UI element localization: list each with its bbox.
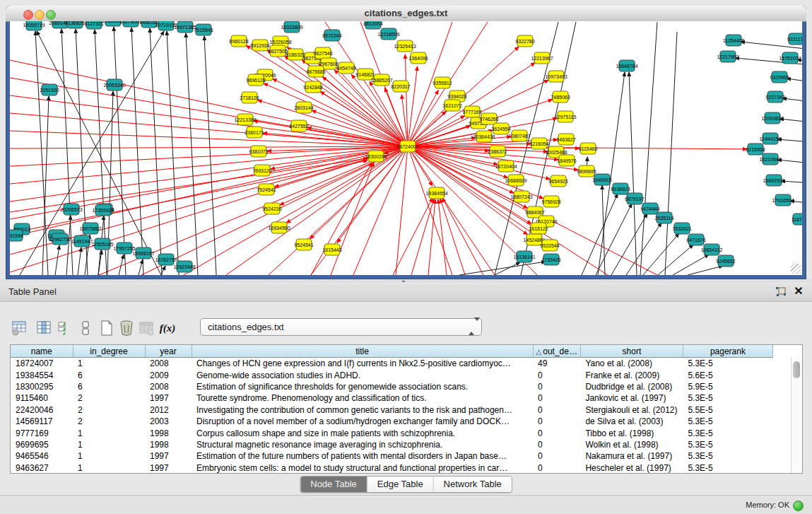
tab-network-table[interactable]: Network Table bbox=[434, 477, 512, 492]
graph-node[interactable]: 16648784 bbox=[616, 60, 637, 71]
graph-node[interactable]: 12942737 bbox=[49, 233, 71, 245]
graph-node[interactable]: 15751074 bbox=[779, 52, 801, 64]
column-header-title[interactable]: title bbox=[192, 345, 533, 358]
graph-node[interactable]: 9522544 bbox=[540, 240, 559, 251]
graph-node[interactable]: 2803144 bbox=[294, 102, 313, 113]
graph-node[interactable]: 16033809 bbox=[281, 21, 302, 33]
function-builder-icon[interactable]: f(x) bbox=[158, 319, 177, 337]
float-panel-icon[interactable] bbox=[775, 286, 787, 298]
graph-node[interactable]: 15692931 bbox=[763, 175, 784, 186]
graph-node[interactable]: 8813054 bbox=[363, 21, 382, 29]
graph-node[interactable]: 9756928 bbox=[541, 196, 560, 207]
graph-node[interactable]: 10973493 bbox=[545, 71, 567, 82]
graph-node[interactable]: 1364096 bbox=[408, 52, 428, 64]
graph-node[interactable]: 10688609 bbox=[505, 175, 526, 186]
graph-node[interactable]: 2051930 bbox=[40, 84, 59, 95]
graph-node[interactable]: 19384554 bbox=[425, 187, 447, 199]
table-row[interactable]: 1456911722003Disruption of a novel membe… bbox=[11, 416, 772, 427]
graph-node[interactable]: 18724007 bbox=[396, 141, 418, 152]
graph-node[interactable]: 1640915 bbox=[592, 174, 611, 185]
graph-node[interactable]: 9242848 bbox=[303, 81, 322, 93]
graph-node[interactable]: 12325413 bbox=[394, 40, 416, 52]
graph-node[interactable]: 9221174 bbox=[787, 33, 802, 45]
column-header-name[interactable]: name bbox=[11, 345, 73, 358]
table-row[interactable]: 977716911998Corpus callosum shape and si… bbox=[11, 427, 772, 438]
graph-node[interactable]: 11254408 bbox=[723, 35, 745, 46]
graph-node[interactable]: 7524542 bbox=[257, 184, 276, 195]
graph-node[interactable]: 6879197 bbox=[625, 193, 644, 204]
table-row[interactable]: 946554611997Estimation of the future num… bbox=[11, 450, 772, 462]
graph-node[interactable]: 8471676 bbox=[686, 234, 705, 245]
graph-node[interactable]: 14055719 bbox=[23, 21, 45, 30]
graph-node[interactable]: 17016504 bbox=[772, 194, 794, 206]
import-table-icon[interactable] bbox=[137, 319, 155, 337]
graph-node[interactable]: 9329966 bbox=[770, 71, 789, 83]
graph-node[interactable]: 20364436 bbox=[473, 131, 495, 142]
column-header-in_degree[interactable]: in_degree bbox=[73, 345, 145, 358]
graph-node[interactable]: 9322780 bbox=[515, 35, 534, 47]
graph-node[interactable]: 9899695 bbox=[577, 165, 596, 177]
graph-node[interactable]: 8216054 bbox=[529, 138, 548, 149]
graph-node[interactable]: 12213383 bbox=[234, 114, 256, 125]
graph-node[interactable]: 12505185 bbox=[91, 238, 113, 250]
graph-node[interactable]: 9875685 bbox=[306, 66, 325, 77]
graph-node[interactable]: 17359924 bbox=[92, 204, 114, 216]
graph-node[interactable]: 15136141 bbox=[513, 251, 535, 262]
graph-node[interactable]: 391594 bbox=[10, 230, 23, 241]
node-table[interactable]: namein_degreeyeartitle△out_de…shortpager… bbox=[10, 344, 803, 474]
graph-node[interactable]: 18300295 bbox=[365, 151, 387, 162]
graph-node[interactable]: 12093832 bbox=[761, 112, 783, 124]
delete-table-icon[interactable] bbox=[117, 319, 136, 337]
tab-edge-table[interactable]: Edge Table bbox=[367, 477, 434, 492]
close-panel-icon[interactable]: ✕ bbox=[792, 284, 805, 298]
graph-node[interactable]: 9115460 bbox=[579, 143, 598, 154]
graph-node[interactable]: 9227343 bbox=[765, 91, 784, 103]
select-columns-icon[interactable] bbox=[35, 319, 53, 337]
graph-node[interactable]: 9245652 bbox=[716, 255, 735, 267]
table-row[interactable]: 2242004622012Investigating the contribut… bbox=[11, 404, 772, 416]
graph-node[interactable]: 15885207 bbox=[370, 74, 392, 86]
graph-node[interactable]: 9524541 bbox=[294, 239, 313, 250]
graph-node[interactable]: 10807487 bbox=[508, 130, 530, 141]
table-row[interactable]: 1872400712008Changes of HCN gene express… bbox=[11, 358, 772, 370]
graph-node[interactable]: 8572244 bbox=[322, 30, 341, 41]
graph-node[interactable]: 16934560 bbox=[268, 222, 290, 233]
vertical-scrollbar[interactable] bbox=[791, 357, 802, 473]
graph-node[interactable]: 2718126 bbox=[240, 92, 259, 103]
graph-node[interactable]: 19975887 bbox=[79, 223, 101, 234]
network-canvas[interactable]: 1872400789601288912934152260589827505818… bbox=[10, 21, 802, 275]
graph-node[interactable]: 8427552 bbox=[289, 120, 308, 132]
graph-node[interactable]: 12975115 bbox=[555, 111, 577, 122]
table-row[interactable]: 969969511998Structural magnetic resonanc… bbox=[11, 439, 772, 450]
graph-node[interactable]: 2360171 bbox=[245, 127, 264, 138]
resize-grip-icon[interactable] bbox=[791, 264, 801, 274]
graph-node[interactable]: 12823448 bbox=[173, 261, 195, 272]
graph-node[interactable]: 9827505 bbox=[268, 45, 287, 57]
graph-node[interactable]: 7632621 bbox=[672, 223, 691, 234]
new-table-icon[interactable] bbox=[98, 319, 116, 337]
graph-node[interactable]: 12213967 bbox=[531, 52, 553, 64]
graph-node[interactable]: 9896128 bbox=[246, 74, 265, 86]
memory-ok-icon[interactable] bbox=[793, 501, 804, 511]
table-header-row[interactable]: namein_degreeyeartitle△out_de…shortpager… bbox=[11, 345, 772, 358]
graph-node[interactable]: 11451947 bbox=[71, 235, 93, 247]
graph-node[interactable]: 20053340 bbox=[103, 79, 125, 90]
graph-node[interactable]: 15278007 bbox=[119, 21, 141, 27]
graph-node[interactable]: 9136826 bbox=[65, 21, 84, 28]
column-header-out_de[interactable]: △out_de… bbox=[533, 345, 580, 358]
table-row[interactable]: 1830029562008Estimation of significance … bbox=[11, 381, 772, 392]
tab-node-table[interactable]: Node Table bbox=[300, 477, 367, 492]
graph-node[interactable]: 9355812 bbox=[433, 77, 452, 88]
table-row[interactable]: 1938455462009Genome-wide association stu… bbox=[11, 369, 772, 380]
graph-node[interactable]: 9381073 bbox=[249, 146, 268, 157]
graph-node[interactable]: 8454749 bbox=[336, 62, 355, 74]
graph-node[interactable]: 1615443 bbox=[322, 244, 341, 255]
graph-node[interactable]: 8960128 bbox=[229, 35, 248, 47]
graph-node[interactable]: 1849576 bbox=[557, 155, 576, 166]
graph-node[interactable]: 8912934 bbox=[250, 40, 269, 51]
column-header-year[interactable]: year bbox=[145, 345, 192, 358]
graph-node[interactable]: 9827546 bbox=[313, 47, 332, 59]
table-row[interactable]: 946362711997Embryonic stem cells: a mode… bbox=[11, 462, 772, 474]
graph-node[interactable]: 8127331 bbox=[84, 21, 103, 29]
graph-node[interactable]: 18807243 bbox=[510, 191, 532, 202]
